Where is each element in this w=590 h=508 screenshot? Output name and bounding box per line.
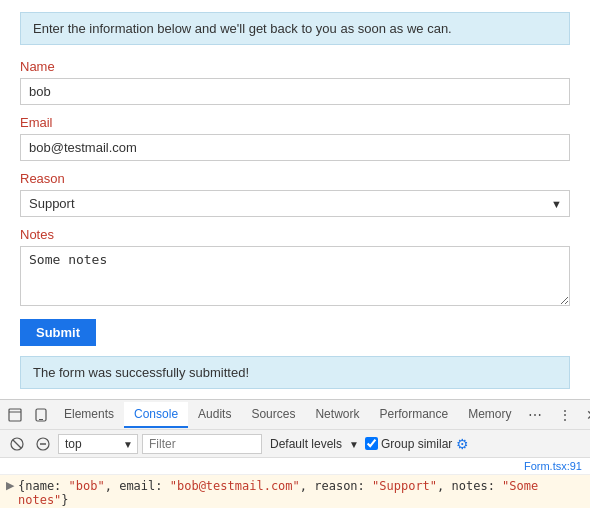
console-log-text: {name: "bob", email: "bob@testmail.com",… [18,477,586,508]
devtools-actions: ⋮ ✕ [548,403,590,427]
console-settings-icon[interactable]: ⚙ [456,436,469,452]
reason-label: Reason [20,171,570,186]
email-label: Email [20,115,570,130]
tab-memory[interactable]: Memory [458,402,521,428]
context-select-wrapper: top ▼ [58,434,138,454]
file-reference[interactable]: Form.tsx:91 [0,458,590,475]
inspect-element-button[interactable] [2,404,28,426]
svg-line-5 [13,440,21,448]
reason-select-wrapper: Support Sales Other ▼ [20,190,570,217]
form-area: Enter the information below and we'll ge… [0,0,590,399]
context-select[interactable]: top [58,434,138,454]
devtools-close-button[interactable]: ✕ [580,403,590,427]
group-similar-wrapper: Group similar [365,437,452,451]
console-stop-button[interactable] [32,435,54,453]
info-banner-text: Enter the information below and we'll ge… [33,21,452,36]
notes-textarea[interactable]: Some notes [20,246,570,306]
svg-rect-0 [9,409,21,421]
email-group: Email [20,115,570,161]
tab-elements[interactable]: Elements [54,402,124,428]
app-container: Enter the information below and we'll ge… [0,0,590,508]
level-select-wrapper: Default levels Verbose Info Warnings Err… [266,435,361,453]
console-toolbar: top ▼ Default levels Verbose Info Warnin… [0,430,590,458]
success-banner: The form was successfully submitted! [20,356,570,389]
reason-select[interactable]: Support Sales Other [20,190,570,217]
reason-group: Reason Support Sales Other ▼ [20,171,570,217]
notes-group: Notes Some notes [20,227,570,309]
filter-input[interactable] [142,434,262,454]
more-tabs-button[interactable]: ⋯ [522,403,548,427]
tab-network[interactable]: Network [305,402,369,428]
devtools-tabbar: Elements Console Audits Sources Network … [0,400,590,430]
tab-sources[interactable]: Sources [241,402,305,428]
email-input[interactable] [20,134,570,161]
info-banner: Enter the information below and we'll ge… [20,12,570,45]
devtools-menu-button[interactable]: ⋮ [552,403,578,427]
name-input[interactable] [20,78,570,105]
console-log-row: ▶ {name: "bob", email: "bob@testmail.com… [0,475,590,508]
tab-console[interactable]: Console [124,402,188,428]
group-similar-label: Group similar [381,437,452,451]
submit-button[interactable]: Submit [20,319,96,346]
expand-arrow-icon[interactable]: ▶ [2,477,18,494]
devtools-panel: Elements Console Audits Sources Network … [0,399,590,508]
tab-performance[interactable]: Performance [369,402,458,428]
name-label: Name [20,59,570,74]
notes-label: Notes [20,227,570,242]
name-group: Name [20,59,570,105]
level-select[interactable]: Default levels Verbose Info Warnings Err… [266,435,361,453]
console-clear-button[interactable] [6,435,28,453]
console-output: Form.tsx:91 ▶ {name: "bob", email: "bob@… [0,458,590,508]
device-mode-button[interactable] [28,404,54,426]
success-message: The form was successfully submitted! [33,365,249,380]
group-similar-checkbox[interactable] [365,437,378,450]
tab-audits[interactable]: Audits [188,402,241,428]
